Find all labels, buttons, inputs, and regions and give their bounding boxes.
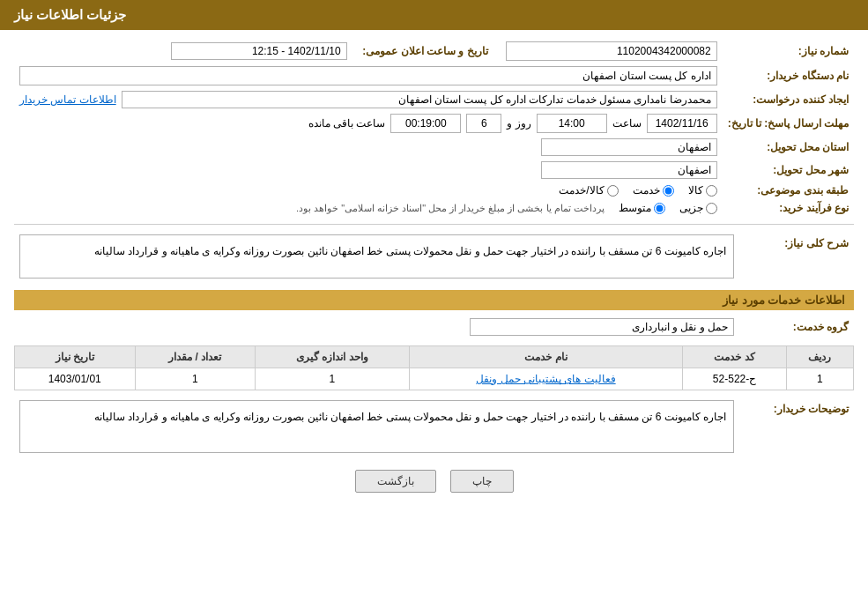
process-jazee-label: جزیی: [679, 202, 703, 214]
process-motavaset-option[interactable]: متوسط: [619, 202, 665, 214]
category-khadamat-option[interactable]: خدمت: [633, 184, 674, 197]
category-label: طبقه بندی موضوعی:: [723, 182, 854, 199]
creator-label: ایجاد کننده درخواست:: [723, 88, 854, 111]
cell-code: ح-522-52: [683, 368, 787, 390]
print-button[interactable]: چاپ: [450, 470, 514, 493]
cell-unit: 1: [255, 368, 409, 390]
description-text: اجاره کامیونت 6 تن مسقف با راننده در اخت…: [19, 234, 734, 279]
process-label: نوع فرآیند خرید:: [723, 199, 854, 217]
button-row: چاپ بازگشت: [14, 470, 854, 493]
cell-date: 1403/01/01: [15, 368, 136, 390]
main-form: شماره نیاز: 1102004342000082 تاریخ و ساع…: [14, 39, 854, 217]
deadline-time-label: ساعت: [612, 117, 642, 130]
province-label: استان محل تحویل:: [723, 136, 854, 159]
services-table: ردیف کد خدمت نام خدمت واحد اندازه گیری ت…: [14, 345, 854, 390]
col-name: نام خدمت: [409, 346, 683, 368]
buyer-description-text: اجاره کامیونت 6 تن مسقف با راننده در اخت…: [19, 400, 734, 453]
category-kala-khadamat-radio[interactable]: [607, 185, 619, 197]
process-motavaset-label: متوسط: [619, 202, 651, 214]
category-khadamat-radio[interactable]: [663, 185, 674, 197]
col-count: تعداد / مقدار: [135, 346, 255, 368]
announce-value: 1402/11/10 - 12:15: [171, 42, 347, 60]
process-jazee-radio[interactable]: [706, 203, 717, 214]
description-section: شرح کلی نیاز: اجاره کامیونت 6 تن مسقف با…: [14, 232, 854, 281]
services-section-title: اطلاعات خدمات مورد نیاز: [14, 290, 854, 310]
back-button[interactable]: بازگشت: [355, 470, 436, 493]
deadline-label: مهلت ارسال پاسخ: تا تاریخ:: [723, 111, 854, 136]
col-date: تاریخ نیاز: [15, 346, 136, 368]
org-name-label: نام دستگاه خریدار:: [723, 63, 854, 88]
service-group-label: گروه خدمت:: [739, 316, 854, 338]
category-kala-radio[interactable]: [706, 185, 717, 197]
province-value: اصفهان: [541, 138, 717, 156]
category-khadamat-label: خدمت: [633, 184, 660, 197]
contact-link[interactable]: اطلاعات تماس خریدار: [19, 93, 116, 106]
process-note: پرداخت تمام یا بخشی از مبلغ خریدار از مح…: [296, 203, 605, 214]
process-jazee-option[interactable]: جزیی: [679, 202, 717, 214]
deadline-time: 14:00: [537, 114, 607, 133]
service-group-value: حمل و نقل و انبارداری: [470, 318, 734, 336]
org-name-value: اداره کل پست استان اصفهان: [19, 66, 717, 85]
creator-value: محمدرضا نامداری مسئول خدمات تدارکات ادار…: [122, 91, 717, 108]
category-kala-option[interactable]: کالا: [688, 184, 717, 197]
separator-1: [14, 224, 854, 225]
cell-count: 1: [135, 368, 255, 390]
col-row: ردیف: [786, 346, 853, 368]
deadline-date: 1402/11/16: [647, 114, 717, 133]
description-label: شرح کلی نیاز:: [739, 232, 854, 281]
service-group-table: گروه خدمت: حمل و نقل و انبارداری: [14, 316, 854, 338]
table-row: 1 ح-522-52 فعالیت های پشتیبانی حمل ونقل …: [15, 368, 854, 390]
buyer-description-label: توضیحات خریدار:: [739, 397, 854, 456]
deadline-remaining-label: ساعت باقی مانده: [308, 117, 386, 130]
col-unit: واحد اندازه گیری: [255, 346, 409, 368]
city-value: اصفهان: [541, 161, 717, 179]
need-number-value: 1102004342000082: [506, 41, 717, 61]
city-label: شهر محل تحویل:: [723, 159, 854, 182]
category-kala-khadamat-option[interactable]: کالا/خدمت: [559, 184, 618, 197]
category-kala-label: کالا: [688, 184, 703, 197]
announce-label: تاریخ و ساعت اعلان عمومی:: [352, 39, 493, 63]
buyer-description-section: توضیحات خریدار: اجاره کامیونت 6 تن مسقف …: [14, 397, 854, 456]
deadline-day-label: روز و: [507, 117, 530, 130]
deadline-days: 6: [466, 114, 501, 133]
cell-name[interactable]: فعالیت های پشتیبانی حمل ونقل: [409, 368, 683, 390]
process-motavaset-radio[interactable]: [654, 203, 665, 214]
page-header: جزئیات اطلاعات نیاز: [0, 0, 868, 30]
need-number-label: شماره نیاز:: [723, 39, 854, 63]
col-code: کد خدمت: [683, 346, 787, 368]
category-kala-khadamat-label: کالا/خدمت: [559, 184, 604, 197]
page-title: جزئیات اطلاعات نیاز: [14, 7, 126, 22]
cell-row: 1: [786, 368, 853, 390]
deadline-remaining: 00:19:00: [390, 114, 461, 133]
